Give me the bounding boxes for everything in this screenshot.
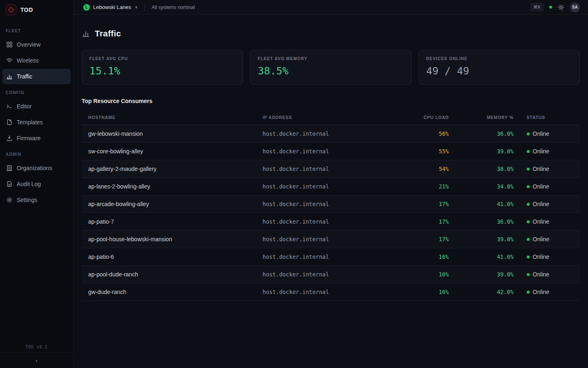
memory-cell: 41.0% — [455, 195, 520, 213]
sidebar-item-organizations[interactable]: Organizations — [2, 160, 71, 176]
status-cell: Online — [520, 283, 580, 301]
health-dot-icon — [549, 6, 552, 9]
app-name: TOD — [20, 7, 33, 13]
top-bar: L Lebowski Lanes ▼ All systems nominal ⌘… — [74, 0, 588, 15]
table-row[interactable]: sw-core-bowling-alleyhost.docker.interna… — [82, 143, 580, 160]
org-name: Lebowski Lanes — [93, 4, 131, 10]
online-status-dot-icon — [527, 168, 530, 171]
hostname-cell: ap-gallery-2-maude-gallery — [82, 160, 256, 178]
sidebar-item-label: Firmware — [17, 135, 40, 141]
memory-cell: 34.0% — [455, 178, 520, 195]
online-status-dot-icon — [527, 273, 530, 276]
status-cell: Online — [520, 195, 580, 213]
wifi-icon — [6, 57, 13, 64]
sidebar-collapse-button[interactable]: ‹ — [0, 352, 73, 368]
chevron-down-icon: ▼ — [134, 5, 138, 9]
status-label: Online — [533, 289, 549, 295]
sidebar-item-editor[interactable]: Editor — [2, 99, 71, 114]
table-row[interactable]: ap-arcade-bowling-alleyhost.docker.inter… — [82, 195, 580, 213]
ip-address-cell: host.docker.internal — [256, 195, 405, 213]
stat-value: 15.1% — [89, 65, 235, 77]
status-cell: Online — [520, 248, 580, 266]
nav-section-label: CONFIG — [0, 85, 73, 98]
stat-card-fleet-avg-memory: FLEET AVG MEMORY 38.5% — [250, 50, 411, 85]
table-title: Top Resource Consumers — [82, 98, 580, 104]
memory-cell: 36.0% — [455, 213, 520, 231]
status-label: Online — [533, 236, 549, 242]
sidebar-item-settings[interactable]: Settings — [2, 192, 71, 208]
stat-label: DEVICES ONLINE — [426, 56, 572, 61]
sidebar-item-label: Wireless — [17, 57, 39, 64]
hostname-cell: ap-arcade-bowling-alley — [82, 195, 256, 213]
table-row[interactable]: ap-patio-7host.docker.internal17%36.0%On… — [82, 213, 580, 231]
table-header-row: HOSTNAME IP ADDRESS CPU LOAD MEMORY % ST… — [82, 110, 580, 125]
cpu-load-cell: 54% — [405, 160, 455, 178]
online-status-dot-icon — [527, 291, 530, 294]
gear-icon — [6, 197, 13, 203]
divider — [145, 4, 145, 11]
table-row[interactable]: ap-lanes-2-bowling-alleyhost.docker.inte… — [82, 178, 580, 195]
online-status-dot-icon — [527, 220, 530, 223]
sidebar-item-firmware[interactable]: Firmware — [2, 130, 71, 146]
terminal-icon — [6, 103, 13, 110]
online-status-dot-icon — [527, 185, 530, 188]
status-label: Online — [533, 201, 549, 207]
user-avatar[interactable]: SA — [570, 2, 580, 12]
sidebar-item-label: Traffic — [17, 73, 32, 80]
grid-icon — [6, 41, 13, 48]
org-badge: L — [83, 4, 90, 11]
command-palette-shortcut[interactable]: ⌘K — [530, 3, 543, 11]
stat-card-devices-online: DEVICES ONLINE 49 / 49 — [419, 50, 580, 85]
status-label: Online — [533, 130, 549, 137]
page-title: Traffic — [95, 29, 121, 38]
table-row[interactable]: ap-pool-house-lebowski-mansionhost.docke… — [82, 231, 580, 248]
status-cell: Online — [520, 125, 580, 143]
table-row[interactable]: ap-patio-6host.docker.internal16%41.0%On… — [82, 248, 580, 266]
stat-label: FLEET AVG CPU — [89, 56, 235, 61]
sidebar-item-label: Audit Log — [17, 181, 41, 187]
file-text-icon — [6, 181, 13, 187]
status-label: Online — [533, 166, 549, 172]
cpu-load-cell: 21% — [405, 178, 455, 195]
stat-label: FLEET AVG MEMORY — [258, 56, 403, 61]
cpu-load-cell: 17% — [405, 213, 455, 231]
ip-address-cell: host.docker.internal — [256, 266, 405, 283]
status-label: Online — [533, 254, 549, 260]
memory-cell: 41.0% — [455, 248, 520, 266]
column-header-memory: MEMORY % — [455, 110, 520, 125]
cpu-load-cell: 16% — [405, 248, 455, 266]
download-icon — [6, 135, 13, 141]
theme-toggle-button[interactable] — [558, 4, 564, 11]
sun-icon — [558, 4, 564, 11]
sidebar-item-label: Editor — [17, 103, 32, 110]
table-row[interactable]: gw-lebowski-mansionhost.docker.internal5… — [82, 125, 580, 143]
sidebar-item-wireless[interactable]: Wireless — [2, 53, 71, 68]
online-status-dot-icon — [527, 238, 530, 241]
top-resource-consumers-table: HOSTNAME IP ADDRESS CPU LOAD MEMORY % ST… — [82, 110, 580, 301]
sidebar-item-label: Overview — [17, 41, 40, 48]
table-row[interactable]: ap-gallery-2-maude-galleryhost.docker.in… — [82, 160, 580, 178]
hostname-cell: ap-pool-dude-ranch — [82, 266, 256, 283]
online-status-dot-icon — [527, 256, 530, 258]
memory-cell: 39.0% — [455, 231, 520, 248]
sidebar-item-label: Organizations — [17, 165, 52, 171]
org-switcher[interactable]: L Lebowski Lanes ▼ — [83, 4, 138, 11]
status-cell: Online — [520, 213, 580, 231]
table-row[interactable]: gw-dude-ranchhost.docker.internal16%42.0… — [82, 283, 580, 301]
table-row[interactable]: ap-pool-dude-ranchhost.docker.internal16… — [82, 266, 580, 283]
status-cell: Online — [520, 266, 580, 283]
online-status-dot-icon — [527, 203, 530, 206]
sidebar-item-overview[interactable]: Overview — [2, 37, 71, 52]
ip-address-cell: host.docker.internal — [256, 213, 405, 231]
status-cell: Online — [520, 178, 580, 195]
sidebar: TOD FLEETOverviewWirelessTrafficCONFIGEd… — [0, 0, 74, 368]
column-header-status: STATUS — [520, 110, 580, 125]
nav-section-label: FLEET — [0, 23, 73, 36]
sidebar-item-audit-log[interactable]: Audit Log — [2, 176, 71, 192]
memory-cell: 39.0% — [455, 143, 520, 160]
sidebar-item-traffic[interactable]: Traffic — [2, 69, 71, 84]
ip-address-cell: host.docker.internal — [256, 178, 405, 195]
sidebar-item-templates[interactable]: Templates — [2, 114, 71, 130]
sidebar-item-label: Templates — [17, 119, 43, 126]
main-content: Traffic FLEET AVG CPU 15.1% FLEET AVG ME… — [74, 15, 588, 368]
